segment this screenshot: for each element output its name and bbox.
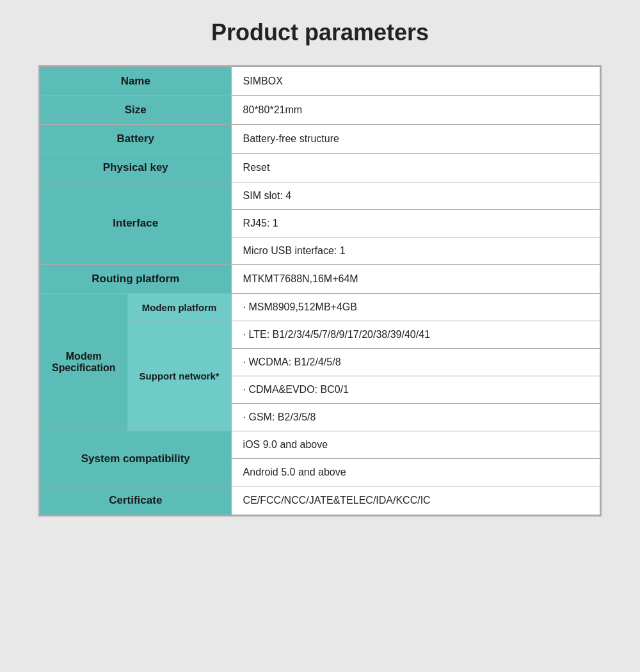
value-name: SIMBOX — [231, 67, 600, 96]
table-row-certificate: Certificate CE/FCC/NCC/JATE&TELEC/IDA/KC… — [40, 486, 600, 515]
label-modem-platform: Modem platform — [127, 294, 231, 321]
value-interface-sim: SIM slot: 4 — [231, 182, 600, 210]
value-interface-usb: Micro USB interface: 1 — [231, 237, 600, 265]
table-row-routing: Routing platform MTKMT7688N,16M+64M — [40, 265, 600, 294]
value-size: 80*80*21mm — [231, 96, 600, 125]
page-title: Product parameters — [211, 19, 429, 46]
label-physical-key: Physical key — [40, 154, 232, 182]
value-support-wcdma: · WCDMA: B1/2/4/5/8 — [231, 349, 600, 376]
value-sys-compat-android: Android 5.0 and above — [231, 459, 600, 486]
label-battery: Battery — [40, 125, 232, 154]
label-modem-spec: Modem Specification — [40, 294, 128, 431]
label-name: Name — [40, 67, 232, 96]
table-row-sys-compat-1: System compatibility iOS 9.0 and above — [40, 431, 600, 459]
value-physical-key: Reset — [231, 154, 600, 182]
value-certificate: CE/FCC/NCC/JATE&TELEC/IDA/KCC/IC — [231, 486, 600, 515]
value-routing: MTKMT7688N,16M+64M — [231, 265, 600, 294]
value-sys-compat-ios: iOS 9.0 and above — [231, 431, 600, 459]
table-row-battery: Battery Battery-free structure — [40, 125, 600, 154]
table-row-physical-key: Physical key Reset — [40, 154, 600, 182]
label-size: Size — [40, 96, 232, 125]
label-interface: Interface — [40, 182, 232, 265]
table-row-size: Size 80*80*21mm — [40, 96, 600, 125]
label-system-compat: System compatibility — [40, 431, 232, 486]
value-modem-platform: · MSM8909,512MB+4GB — [231, 294, 600, 321]
value-interface-rj45: RJ45: 1 — [231, 210, 600, 237]
value-support-lte: · LTE: B1/2/3/4/5/7/8/9/17/20/38/39/40/4… — [231, 321, 600, 349]
table-row-name: Name SIMBOX — [40, 67, 600, 96]
value-support-cdma: · CDMA&EVDO: BC0/1 — [231, 376, 600, 404]
table-row-modem-platform: Modem Specification Modem platform · MSM… — [40, 294, 600, 321]
label-routing: Routing platform — [40, 265, 232, 294]
label-certificate: Certificate — [40, 486, 232, 515]
value-support-gsm: · GSM: B2/3/5/8 — [231, 404, 600, 431]
label-support-network: Support network* — [127, 321, 231, 431]
table-row-interface-1: Interface SIM slot: 4 — [40, 182, 600, 210]
product-table: Name SIMBOX Size 80*80*21mm Battery Batt… — [38, 65, 602, 516]
value-battery: Battery-free structure — [231, 125, 600, 154]
